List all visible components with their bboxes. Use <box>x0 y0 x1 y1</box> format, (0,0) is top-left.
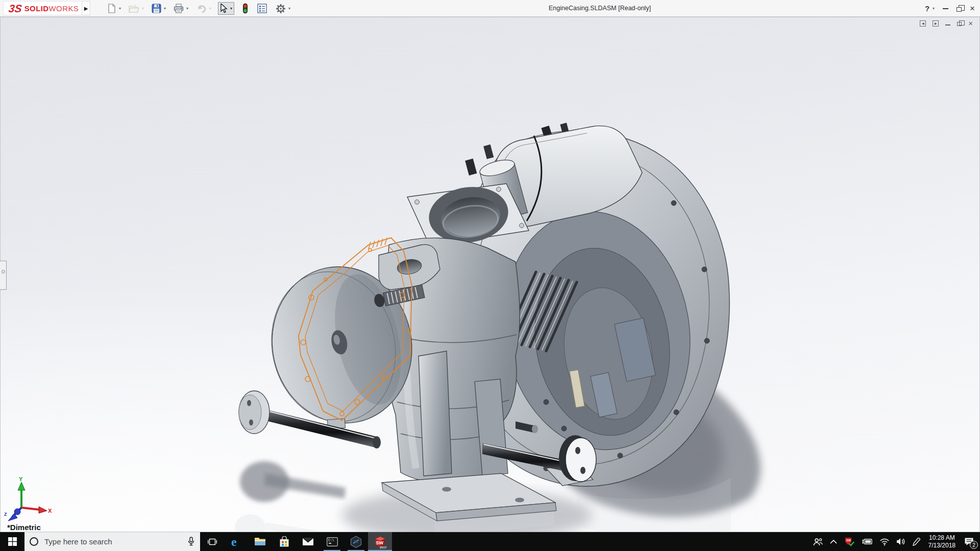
pane-right-button[interactable]: ▶ <box>933 20 939 27</box>
wifi-button[interactable] <box>876 532 893 551</box>
task-view-icon <box>208 538 217 546</box>
cortana-icon <box>30 537 38 546</box>
print-icon <box>174 4 184 13</box>
doc-minimize-button[interactable] <box>945 21 950 26</box>
taskbar-search[interactable] <box>24 532 200 551</box>
clock-date: 7/13/2018 <box>928 542 955 549</box>
save-button[interactable] <box>151 3 162 14</box>
featuremanager-collapsed-tab[interactable] <box>0 261 7 290</box>
view-orientation-label: *Dimetric <box>7 523 41 532</box>
doc-restore-button[interactable] <box>957 20 962 26</box>
y-axis-arrow <box>18 482 25 490</box>
clock-time: 10:28 AM <box>928 534 955 542</box>
open-dropdown[interactable]: ▾ <box>142 6 144 11</box>
undo-icon <box>196 4 207 13</box>
file-properties-button[interactable] <box>256 3 268 14</box>
restore-icon <box>957 7 962 12</box>
command-prompt-icon: C:\ <box>327 537 338 546</box>
volume-button[interactable] <box>893 532 909 551</box>
document-window-controls: ◀ ▶ × <box>920 19 973 27</box>
logo-text-solid: SOLID <box>24 4 49 13</box>
open-folder-icon <box>129 4 139 13</box>
file-explorer-button[interactable] <box>248 532 272 551</box>
pen-icon <box>913 538 920 546</box>
featuremanager-expand-dot <box>2 270 5 273</box>
select-tool-button[interactable]: ▾ <box>218 2 234 15</box>
new-document-dropdown[interactable]: ▾ <box>119 6 121 11</box>
doc-restore-icon <box>957 22 962 26</box>
solidworks-app-icon: SW 2017 <box>374 535 387 548</box>
engine-casing-model <box>189 116 781 532</box>
orientation-triad: Y X Z <box>3 476 52 523</box>
battery-button[interactable] <box>858 532 876 551</box>
doc-minimize-icon <box>945 24 950 26</box>
main-toolbar: ▾ ▾ ▾ <box>106 0 297 17</box>
options-gear-icon <box>276 4 286 14</box>
restore-button[interactable] <box>957 6 962 12</box>
help-dropdown[interactable]: ▾ <box>933 6 935 11</box>
undo-button[interactable] <box>195 3 208 14</box>
microphone-icon[interactable] <box>187 537 195 546</box>
taskbar-clock[interactable]: 10:28 AM 7/13/2018 <box>924 534 960 549</box>
graphics-viewport[interactable]: ◀ ▶ × <box>0 17 980 532</box>
menu-flyout-arrow[interactable]: ▶ <box>82 1 90 15</box>
volume-icon <box>896 538 905 545</box>
battery-icon <box>862 538 873 545</box>
windows-logo-icon <box>8 537 17 546</box>
print-dropdown[interactable]: ▾ <box>186 6 188 11</box>
hidden-icons-button[interactable] <box>826 532 841 551</box>
svg-text:SW: SW <box>846 539 851 542</box>
system-tray: SW <box>810 532 980 551</box>
undo-dropdown[interactable]: ▾ <box>209 6 211 11</box>
options-button[interactable] <box>275 3 287 15</box>
wifi-icon <box>880 538 889 545</box>
y-axis-label: Y <box>19 476 23 482</box>
task-view-button[interactable] <box>200 532 224 551</box>
doc-close-button[interactable]: × <box>968 19 973 27</box>
people-button[interactable] <box>810 532 826 551</box>
composer-button[interactable] <box>344 532 368 551</box>
z-axis-label: Z <box>4 512 7 517</box>
x-axis-arrow <box>39 507 47 513</box>
minimize-icon <box>943 8 948 9</box>
notification-badge: 2 <box>970 541 978 549</box>
select-cursor-icon <box>220 4 228 13</box>
logo-text-works: WORKS <box>49 4 79 13</box>
mail-button[interactable] <box>296 532 320 551</box>
action-center-button[interactable]: 2 <box>960 532 980 551</box>
svg-text:2017: 2017 <box>380 545 387 548</box>
svg-text:SW: SW <box>376 540 383 545</box>
windows-taskbar: e C:\ <box>0 532 980 551</box>
solidworks-logo: 3S SOLIDWORKS <box>3 1 84 15</box>
people-icon <box>813 538 823 546</box>
minimize-button[interactable] <box>943 8 948 9</box>
close-button[interactable]: × <box>970 4 975 13</box>
solidworks-tray-icon: SW <box>844 537 854 546</box>
solidworks-rx-tray-button[interactable]: SW <box>841 532 858 551</box>
open-button[interactable] <box>128 3 140 14</box>
pane-left-button[interactable]: ◀ <box>920 20 926 27</box>
solidworks-app-button[interactable]: SW 2017 <box>368 532 392 551</box>
new-document-button[interactable] <box>106 3 117 14</box>
help-button[interactable]: ? <box>925 4 929 13</box>
model-3d-view[interactable] <box>189 116 781 532</box>
select-tool-dropdown[interactable]: ▾ <box>230 6 232 11</box>
save-dropdown[interactable]: ▾ <box>164 6 166 11</box>
search-input[interactable] <box>38 537 187 546</box>
svg-text:e: e <box>231 536 237 548</box>
rebuild-button[interactable] <box>241 2 250 15</box>
print-button[interactable] <box>173 3 185 14</box>
file-explorer-icon <box>254 537 266 546</box>
windows-ink-button[interactable] <box>909 532 924 551</box>
store-button[interactable] <box>272 532 296 551</box>
x-axis-label: X <box>48 508 52 514</box>
edge-button[interactable]: e <box>224 532 248 551</box>
document-title: EngineCasing.SLDASM [Read-only] <box>549 0 651 17</box>
rebuild-traffic-light-icon <box>242 3 249 14</box>
command-prompt-button[interactable]: C:\ <box>320 532 344 551</box>
chevron-up-icon <box>830 540 837 544</box>
file-properties-icon <box>257 4 267 13</box>
edge-icon: e <box>230 536 242 548</box>
options-dropdown[interactable]: ▾ <box>288 6 290 11</box>
start-button[interactable] <box>0 532 24 551</box>
